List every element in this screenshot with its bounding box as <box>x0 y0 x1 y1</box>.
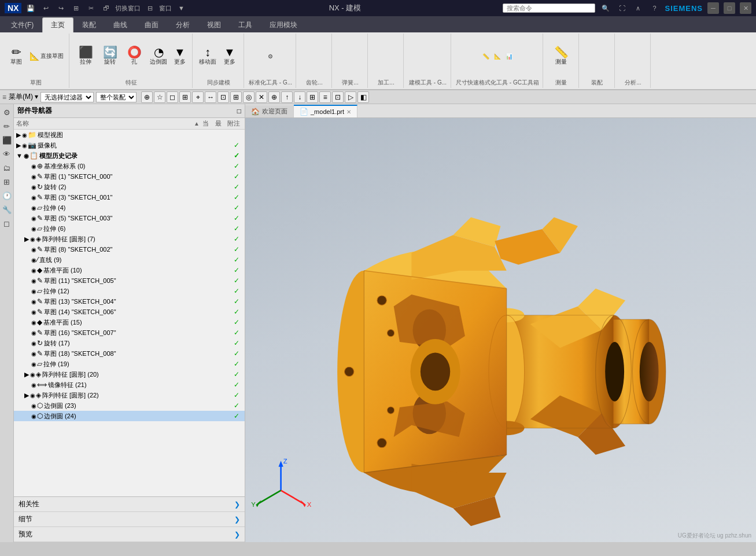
tab-app[interactable]: 应用模块 <box>261 17 306 32</box>
sort-icon[interactable]: ▲ <box>194 120 200 127</box>
visibility-icon-4[interactable]: ◉ <box>31 174 36 180</box>
more-feature-button[interactable]: ▼ 更多 <box>171 45 189 67</box>
visibility-icon-26[interactable]: ◉ <box>31 403 36 409</box>
nav-item-19[interactable]: ◉✎草图 (16) "SKETCH_007"✓ <box>14 327 245 338</box>
close-button[interactable]: ✕ <box>740 2 751 14</box>
filter-icon-2[interactable]: ☆ <box>154 91 165 103</box>
nav-item-6[interactable]: ◉✎草图 (3) "SKETCH_001"✓ <box>14 192 245 202</box>
nav-item-22[interactable]: ◉▱拉伸 (19)✓ <box>14 359 245 369</box>
expand-icon-10[interactable]: ▶ <box>24 235 29 243</box>
menu-m-button[interactable]: 菜单(M) ▾ <box>9 92 38 102</box>
cut-icon[interactable]: ✂ <box>85 2 97 14</box>
nav-item-5[interactable]: ◉↻旋转 (2)✓ <box>14 182 245 192</box>
nav-item-21[interactable]: ◉✎草图 (18) "SKETCH_008"✓ <box>14 348 245 359</box>
visibility-icon-18[interactable]: ◉ <box>31 319 36 326</box>
switch-window-icon[interactable]: 🗗 <box>100 2 112 14</box>
nav-item-9[interactable]: ◉▱拉伸 (6)✓ <box>14 223 245 234</box>
chevron-up-icon[interactable]: ∧ <box>632 2 644 14</box>
undo-icon[interactable]: ↩ <box>40 2 51 14</box>
filter-icon-5[interactable]: ⌖ <box>192 91 204 103</box>
tab-curve[interactable]: 曲线 <box>105 17 136 32</box>
filter-icon-11[interactable]: ⊕ <box>268 91 280 103</box>
related-section[interactable]: 相关性 ❯ <box>14 497 245 512</box>
visibility-icon-1[interactable]: ◉ <box>22 142 27 149</box>
extrude-button[interactable]: ⬛ 拉伸 <box>74 45 97 67</box>
tab-assembly[interactable]: 装配 <box>73 17 105 32</box>
expand-icon-0[interactable]: ▶ <box>16 131 21 139</box>
scope-select[interactable]: 整个装配 <box>96 92 137 102</box>
visibility-icon-25[interactable]: ◉ <box>30 392 35 399</box>
save-icon[interactable]: 💾 <box>25 2 36 14</box>
tab-close-icon[interactable]: ✕ <box>346 109 351 115</box>
nav-item-16[interactable]: ◉✎草图 (13) "SKETCH_004"✓ <box>14 296 245 307</box>
switch-window-label[interactable]: 切换窗口 <box>115 4 141 13</box>
edge-round-button[interactable]: ◔ 边倒圆 <box>147 45 170 67</box>
filter-icon-3[interactable]: ◻ <box>167 91 178 103</box>
visibility-icon-9[interactable]: ◉ <box>31 226 36 232</box>
nav-item-23[interactable]: ▶◉◈阵列特征 [圆形] (20)✓ <box>14 369 245 380</box>
nav-item-18[interactable]: ◉◆基准平面 (15)✓ <box>14 317 245 327</box>
detail-section[interactable]: 细节 ❯ <box>14 512 245 527</box>
tab-tools[interactable]: 工具 <box>230 17 261 32</box>
measure-button[interactable]: 📏 测量 <box>551 45 571 67</box>
left-icon-assembly[interactable]: ⊞ <box>1 176 13 187</box>
filter-icon-8[interactable]: ⊞ <box>230 91 242 103</box>
visibility-icon-5[interactable]: ◉ <box>31 184 36 190</box>
filter-icon-17[interactable]: ▷ <box>345 91 356 103</box>
nav-item-13[interactable]: ◉◆基准平面 (10)✓ <box>14 265 245 275</box>
nav-item-10[interactable]: ▶◉◈阵列特征 [圆形] (7)✓ <box>14 234 245 244</box>
tab-surface[interactable]: 曲面 <box>136 17 167 32</box>
toolbar-icons[interactable]: ⊞ <box>70 2 82 14</box>
std-tool-btn[interactable]: ⚙ <box>266 53 275 60</box>
left-icon-settings[interactable]: ⚙ <box>1 106 13 118</box>
nav-item-27[interactable]: ◉⬡边倒圆 (24)✓ <box>14 411 245 421</box>
direct-sketch-button[interactable]: 📐 直接草图 <box>28 51 65 61</box>
hole-button[interactable]: ⭕ 孔 <box>123 45 146 67</box>
visibility-icon-19[interactable]: ◉ <box>31 330 36 336</box>
expand-icon[interactable]: ▼ <box>175 2 187 14</box>
tab-analysis[interactable]: 分析 <box>167 17 198 32</box>
search-input[interactable] <box>503 3 595 13</box>
tab-welcome[interactable]: 🏠 欢迎页面 <box>245 105 294 117</box>
nav-item-25[interactable]: ▶◉◈阵列特征 [圆形] (22)✓ <box>14 390 245 400</box>
filter-icon-16[interactable]: ⊡ <box>332 91 344 103</box>
visibility-icon-27[interactable]: ◉ <box>31 413 36 419</box>
nav-item-20[interactable]: ◉↻旋转 (17)✓ <box>14 338 245 348</box>
nav-item-14[interactable]: ◉✎草图 (11) "SKETCH_005"✓ <box>14 275 245 286</box>
tab-model[interactable]: 📄 _model1.prt ✕ <box>294 105 357 117</box>
visibility-icon-7[interactable]: ◉ <box>31 205 36 211</box>
visibility-icon-23[interactable]: ◉ <box>30 371 35 378</box>
move-face-button[interactable]: ↕ 移动面 <box>197 45 218 67</box>
nav-item-3[interactable]: ◉⊕基准坐标系 (0)✓ <box>14 161 245 171</box>
left-icon-box[interactable]: ◻ <box>1 218 13 229</box>
left-icon-clock[interactable]: 🕐 <box>1 190 13 201</box>
fullscreen-icon[interactable]: ⛶ <box>616 2 628 14</box>
preview-section[interactable]: 预览 ❯ <box>14 527 245 542</box>
filter-icon-10[interactable]: ✕ <box>256 91 267 103</box>
expand-icon-1[interactable]: ▶ <box>16 142 21 149</box>
tab-view[interactable]: 视图 <box>198 17 230 32</box>
dim-btn3[interactable]: 📊 <box>504 53 514 60</box>
visibility-icon-8[interactable]: ◉ <box>31 215 36 222</box>
dim-btn[interactable]: 📏 <box>481 53 491 60</box>
visibility-icon-12[interactable]: ◉ <box>31 257 36 263</box>
selection-filter-select[interactable]: 无选择过滤器 <box>40 92 94 102</box>
expand-icon-25[interactable]: ▶ <box>24 392 29 399</box>
visibility-icon-16[interactable]: ◉ <box>31 299 36 305</box>
part-nav-maximize[interactable]: □ <box>237 107 241 115</box>
visibility-icon-15[interactable]: ◉ <box>31 288 36 294</box>
filter-icon-7[interactable]: ⊡ <box>217 91 229 103</box>
left-icon-view[interactable]: 👁 <box>1 148 13 160</box>
help-icon[interactable]: ? <box>648 2 660 14</box>
nav-item-4[interactable]: ◉✎草图 (1) "SKETCH_000"✓ <box>14 171 245 182</box>
tab-home[interactable]: 主页 <box>42 17 73 32</box>
minimize-button[interactable]: ─ <box>707 2 719 14</box>
nav-item-26[interactable]: ◉⬡边倒圆 (23)✓ <box>14 400 245 411</box>
visibility-icon-0[interactable]: ◉ <box>22 132 27 138</box>
search-icon[interactable]: 🔍 <box>600 2 611 14</box>
expand-icon-2[interactable]: ▼ <box>16 152 23 159</box>
visibility-icon-2[interactable]: ◉ <box>24 153 29 159</box>
sketch-button[interactable]: ✏ 草图 <box>6 45 27 67</box>
maximize-button[interactable]: □ <box>724 2 735 14</box>
nav-item-15[interactable]: ◉▱拉伸 (12)✓ <box>14 286 245 296</box>
